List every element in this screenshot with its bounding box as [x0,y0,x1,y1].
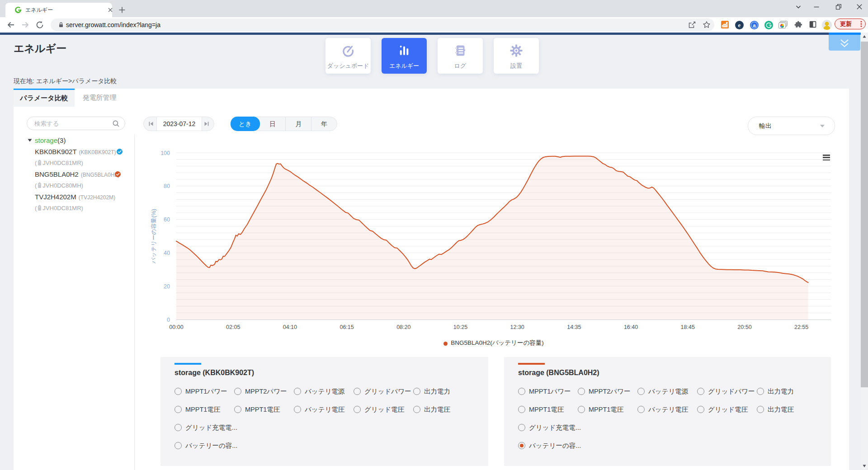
radio-option[interactable]: MPPT2パワー [578,382,637,400]
nav-card-dashboard[interactable]: ダッシュボード [326,38,371,74]
page-scrollbar[interactable] [861,33,868,470]
radio-circle-icon[interactable] [757,406,764,413]
radio-circle-icon[interactable] [294,406,301,413]
tree-expand-icon[interactable] [28,139,32,142]
ext-a-icon[interactable]: a [750,21,759,29]
radio-selected-icon[interactable] [518,442,525,449]
share-icon[interactable] [688,20,697,29]
radio-circle-icon[interactable] [637,388,645,395]
browser-tab[interactable]: エネルギー [5,3,112,17]
ext-chart-icon[interactable] [721,21,729,28]
collapse-header-button[interactable] [829,35,860,51]
scrollbar-up-icon[interactable] [863,35,866,38]
export-dropdown[interactable]: 輸出 [748,117,835,135]
radio-circle-icon[interactable] [578,388,585,395]
radio-circle-icon[interactable] [757,388,764,395]
bookmark-star-icon[interactable] [702,20,711,29]
tab-search-chevron-icon[interactable] [794,2,803,11]
radio-option[interactable]: バッテリ電源 [294,382,354,400]
ext-grammarly-icon[interactable] [764,21,773,29]
radio-option[interactable]: MPPT1パワー [175,382,234,400]
search-input[interactable] [34,118,111,129]
radio-circle-icon[interactable] [175,406,182,413]
new-tab-icon[interactable] [118,6,126,14]
radio-option[interactable]: MPPT1電圧 [518,400,578,418]
extensions-puzzle-icon[interactable] [794,21,802,28]
window-close-icon[interactable] [855,2,864,11]
radio-option[interactable]: グリッド充電電... [518,418,816,437]
radio-circle-icon[interactable] [518,388,525,395]
side-panel-icon[interactable] [809,21,816,28]
radio-circle-icon[interactable] [413,406,420,413]
search-icon[interactable] [113,120,119,127]
chart-menu-icon[interactable] [823,155,830,160]
radio-circle-icon[interactable] [518,424,525,431]
ext-e-icon[interactable]: e [735,21,744,29]
radio-option[interactable]: 出力電圧 [413,400,473,418]
radio-option[interactable]: MPPT2パワー [234,382,294,400]
radio-option[interactable]: 出力電力 [413,382,473,400]
radio-circle-icon[interactable] [234,388,241,395]
tree-device-0[interactable]: KBK0BK902T(KBK0BK902T) [26,146,137,157]
scrollbar-down-icon[interactable] [863,464,866,468]
radio-option[interactable]: バッテリーの容... [175,437,473,455]
reload-icon[interactable] [35,20,44,29]
radio-option[interactable]: MPPT1電圧 [578,400,637,418]
tree-device-2[interactable]: TVJ2H4202M(TVJ2H4202M) [26,191,137,202]
radio-option[interactable]: グリッドパワー [354,382,413,400]
date-value[interactable]: 2023-07-12 [156,117,202,131]
address-bar[interactable]: server.growatt.com/index?lang=ja [51,19,714,31]
nav-label-settings: 設置 [494,62,539,70]
radio-circle-icon[interactable] [697,406,704,413]
radio-option[interactable]: MPPT1電圧 [175,400,234,418]
tab-plant-management[interactable]: 発電所管理 [75,89,124,107]
radio-option[interactable]: グリッドパワー [697,382,757,400]
radio-option[interactable]: グリッド電圧 [697,400,757,418]
radio-option[interactable]: 出力電圧 [757,400,816,418]
forward-icon[interactable] [21,20,30,29]
date-next-icon[interactable] [204,121,209,127]
radio-circle-icon[interactable] [697,388,704,395]
tab-close-icon[interactable] [107,6,114,14]
ext-photos-icon[interactable] [778,21,788,29]
radio-option[interactable]: バッテリ電圧 [637,400,697,418]
radio-option[interactable]: バッテリ電圧 [294,400,354,418]
period-option-2[interactable]: 月 [285,117,311,131]
browser-update-button[interactable]: 更新 [835,19,866,29]
radio-option[interactable]: 出力電力 [757,382,816,400]
nav-card-energy[interactable]: エネルギー [382,38,427,74]
radio-option[interactable]: グリッド充電電... [175,418,473,437]
radio-circle-icon[interactable] [175,442,182,449]
radio-circle-icon[interactable] [637,406,645,413]
tree-device-1[interactable]: BNG5BLA0H2(BNG5BLA0H2) [26,169,137,180]
radio-option[interactable]: MPPT1電圧 [234,400,294,418]
window-minimize-icon[interactable] [812,2,821,11]
period-option-1[interactable]: 日 [260,117,286,131]
radio-circle-icon[interactable] [175,424,182,431]
period-option-0[interactable]: とき [231,117,260,131]
radio-circle-icon[interactable] [518,406,525,413]
radio-circle-icon[interactable] [578,406,585,413]
tab-parameter-compare[interactable]: パラメータ比較 [14,89,75,107]
browser-menu-dots-icon[interactable] [860,21,862,27]
radio-circle-icon[interactable] [175,388,182,395]
back-icon[interactable] [6,20,15,29]
profile-avatar[interactable] [822,20,832,30]
radio-circle-icon[interactable] [234,406,241,413]
tree-root-storage[interactable]: storage(3) [26,135,137,146]
radio-option[interactable]: バッテリーの容... [518,437,816,455]
scrollbar-thumb[interactable] [861,42,868,387]
chart-legend[interactable]: BNG5BLA0H2(バッテリーの容量) [146,339,841,347]
radio-option[interactable]: グリッド電圧 [354,400,413,418]
window-restore-icon[interactable] [834,2,843,11]
radio-circle-icon[interactable] [413,388,420,395]
radio-circle-icon[interactable] [354,406,361,413]
nav-card-settings[interactable]: 設置 [494,38,539,74]
nav-card-log[interactable]: ログ [438,38,483,74]
period-option-3[interactable]: 年 [311,117,337,131]
radio-circle-icon[interactable] [294,388,301,395]
radio-circle-icon[interactable] [354,388,361,395]
radio-option[interactable]: バッテリ電源 [637,382,697,400]
radio-option[interactable]: MPPT1パワー [518,382,578,400]
date-prev-icon[interactable] [148,121,154,127]
